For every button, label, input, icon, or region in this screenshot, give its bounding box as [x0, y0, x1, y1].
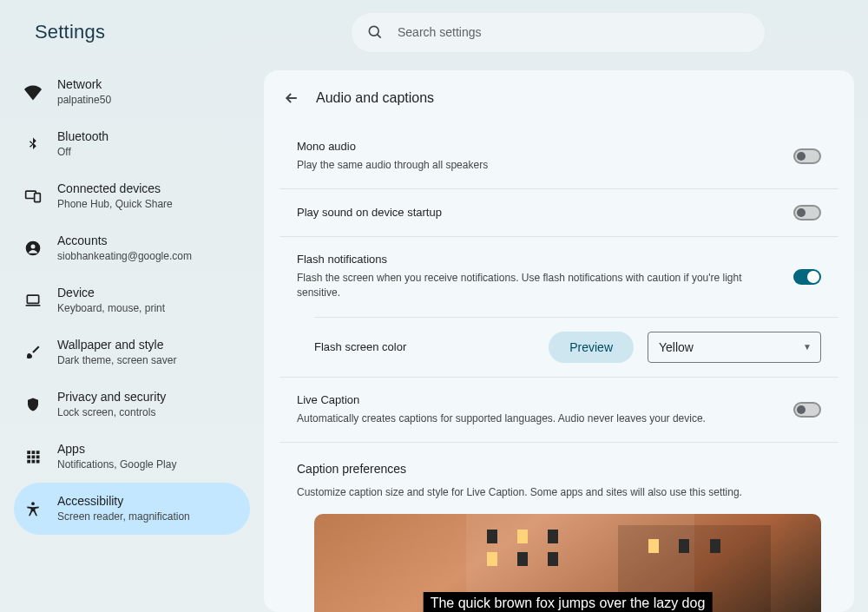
sidebar-item-label: Bluetooth: [57, 129, 108, 144]
search-input[interactable]: [398, 25, 750, 39]
wifi-icon: [23, 82, 43, 102]
sidebar-item-accessibility[interactable]: Accessibility Screen reader, magnificati…: [14, 483, 250, 535]
setting-title: Play sound on device startup: [297, 206, 442, 220]
svg-rect-7: [36, 451, 40, 454]
sidebar-item-sublabel: Lock screen, controls: [57, 406, 166, 418]
sidebar-item-label: Device: [57, 286, 165, 300]
sidebar-item-network[interactable]: Network palpatine50: [14, 66, 250, 118]
sidebar-item-sublabel: Phone Hub, Quick Share: [57, 198, 173, 210]
sidebar-item-label: Privacy and security: [57, 390, 166, 405]
flash-preview-button[interactable]: Preview: [549, 332, 634, 363]
live-caption-toggle[interactable]: [793, 402, 821, 418]
sidebar-item-label: Apps: [57, 442, 176, 457]
back-button[interactable]: [283, 89, 300, 107]
sidebar-item-bluetooth[interactable]: Bluetooth Off: [14, 118, 250, 170]
sidebar-item-label: Wallpaper and style: [57, 338, 176, 352]
sidebar-item-sublabel: Keyboard, mouse, print: [57, 302, 165, 314]
panel-header: Audio and captions: [279, 89, 838, 107]
sidebar-item-connected-devices[interactable]: Connected devices Phone Hub, Quick Share: [14, 170, 250, 222]
page-title: Audio and captions: [316, 90, 434, 106]
bluetooth-icon: [23, 134, 43, 155]
accessibility-icon: [23, 498, 43, 519]
sidebar-nav: Network palpatine50 Bluetooth Off Connec…: [0, 63, 264, 535]
svg-rect-8: [27, 456, 30, 459]
svg-rect-10: [36, 456, 40, 459]
setting-desc: Play the same audio through all speakers: [297, 158, 488, 173]
svg-rect-13: [36, 460, 40, 464]
app-title: Settings: [35, 21, 264, 43]
svg-rect-1: [35, 194, 41, 202]
setting-desc: Automatically creates captions for suppo…: [297, 411, 706, 426]
caption-preferences-desc: Customize caption size and style for Liv…: [279, 481, 838, 510]
sidebar-item-device[interactable]: Device Keyboard, mouse, print: [14, 274, 250, 326]
sidebar-item-label: Network: [57, 77, 111, 92]
mono-audio-toggle[interactable]: [793, 148, 821, 164]
sidebar-item-sublabel: palpatine50: [57, 94, 111, 106]
account-icon: [23, 238, 43, 259]
startup-sound-toggle[interactable]: [793, 205, 821, 220]
sidebar-item-sublabel: Off: [57, 146, 108, 158]
caption-preview-card[interactable]: The quick brown fox jumps over the lazy …: [314, 514, 821, 612]
sidebar-item-sublabel: siobhankeating@google.com: [57, 250, 192, 262]
flash-color-select[interactable]: Yellow ▼: [648, 332, 821, 363]
apps-grid-icon: [23, 446, 43, 467]
shield-icon: [23, 394, 43, 415]
svg-rect-4: [27, 295, 38, 303]
search-bar[interactable]: [351, 12, 766, 53]
sidebar-item-accounts[interactable]: Accounts siobhankeating@google.com: [14, 222, 250, 274]
caption-preferences-heading: Caption preferences: [279, 443, 838, 481]
sidebar-item-label: Connected devices: [57, 181, 173, 196]
setting-title: Flash notifications: [297, 253, 779, 267]
flash-color-row: Flash screen color Preview Yellow ▼: [314, 317, 838, 377]
svg-line-16: [378, 35, 381, 38]
search-icon: [366, 23, 384, 41]
setting-desc: Flash the screen when you receive notifi…: [297, 271, 779, 301]
setting-title: Mono audio: [297, 140, 488, 155]
svg-rect-6: [32, 451, 36, 454]
sidebar-item-label: Accessibility: [57, 494, 190, 509]
setting-title: Live Caption: [297, 393, 706, 408]
flash-color-selected: Yellow: [659, 340, 694, 354]
sidebar-item-apps[interactable]: Apps Notifications, Google Play: [14, 431, 250, 483]
settings-panel: Audio and captions Mono audio Play the s…: [264, 70, 854, 612]
sidebar-item-privacy[interactable]: Privacy and security Lock screen, contro…: [14, 378, 250, 431]
main-column: Audio and captions Mono audio Play the s…: [264, 0, 868, 612]
setting-live-caption: Live Caption Automatically creates capti…: [279, 377, 838, 443]
setting-flash-notifications: Flash notifications Flash the screen whe…: [279, 237, 838, 317]
settings-list: Mono audio Play the same audio through a…: [279, 124, 838, 612]
svg-rect-9: [32, 456, 36, 459]
caption-sample-text: The quick brown fox jumps over the lazy …: [424, 592, 713, 612]
flash-notifications-toggle[interactable]: [793, 269, 821, 285]
sidebar: Settings Network palpatine50 Bluetooth O…: [0, 0, 264, 612]
svg-rect-5: [27, 451, 30, 454]
sidebar-item-sublabel: Dark theme, screen saver: [57, 354, 176, 366]
svg-rect-11: [27, 460, 30, 464]
svg-point-3: [31, 244, 36, 248]
setting-startup-sound: Play sound on device startup: [279, 189, 838, 237]
setting-mono-audio: Mono audio Play the same audio through a…: [279, 124, 838, 189]
brush-icon: [23, 342, 43, 363]
flash-color-label: Flash screen color: [314, 340, 535, 353]
devices-icon: [23, 186, 43, 207]
svg-rect-12: [32, 460, 36, 464]
sidebar-item-sublabel: Screen reader, magnification: [57, 510, 190, 523]
laptop-icon: [23, 290, 43, 311]
svg-point-14: [31, 502, 35, 505]
sidebar-item-sublabel: Notifications, Google Play: [57, 458, 176, 471]
chevron-down-icon: ▼: [803, 342, 812, 352]
svg-point-15: [369, 27, 378, 36]
sidebar-item-label: Accounts: [57, 234, 192, 248]
sidebar-item-wallpaper[interactable]: Wallpaper and style Dark theme, screen s…: [14, 326, 250, 378]
